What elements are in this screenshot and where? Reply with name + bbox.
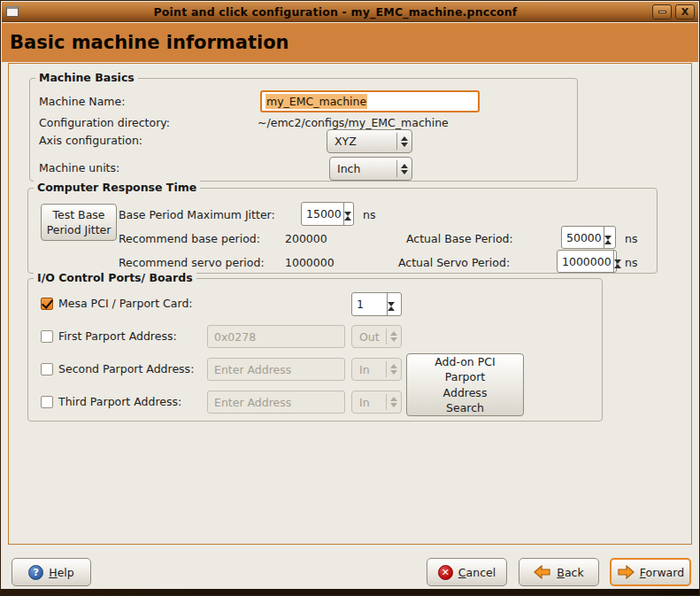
recommend-base-value: 200000 (285, 232, 327, 246)
machine-units-value: Inch (330, 162, 396, 175)
second-parport-checkbox[interactable] (41, 363, 53, 375)
machine-name-selected-text: my_EMC_machine (265, 94, 367, 109)
actual-servo-label: Actual Servo Period: (398, 256, 510, 270)
back-button-label: Back (557, 566, 583, 579)
machine-name-input[interactable]: my_EMC_machine (260, 90, 480, 112)
main-panel: Machine Basics Machine Name: my_EMC_mach… (8, 63, 692, 545)
axis-config-value: XYZ (327, 135, 396, 148)
combo-arrows-icon (397, 164, 412, 174)
back-button[interactable]: Back (519, 558, 599, 586)
spin-down-icon[interactable] (388, 306, 401, 320)
window-icon (6, 6, 19, 17)
combo-arrows-icon (387, 397, 401, 407)
first-parport-direction-value: Out (352, 330, 386, 344)
combo-arrows-icon (387, 364, 401, 375)
forward-arrow-icon (617, 565, 635, 579)
machine-units-combo[interactable]: Inch (329, 157, 412, 181)
mesa-count-value: 1 (352, 293, 387, 315)
io-ports-frame: I/O Control Ports/ Boards Mesa PCI / Par… (27, 278, 603, 422)
first-parport-label: First Parport Address: (58, 329, 177, 344)
actual-servo-unit: ns (625, 256, 637, 270)
third-parport-checkbox[interactable] (41, 396, 53, 408)
second-parport-label: Second Parport Address: (58, 362, 194, 376)
mesa-count-spinbox[interactable]: 1 (351, 292, 402, 316)
combo-arrows-icon (387, 331, 401, 342)
axis-config-combo[interactable]: XYZ (327, 129, 412, 153)
combo-arrows-icon (397, 136, 412, 147)
third-parport-label: Third Parport Address: (58, 395, 181, 409)
machine-units-label: Machine units: (39, 161, 119, 175)
spin-down-icon[interactable] (614, 264, 621, 277)
config-dir-label: Configuration directory: (39, 116, 170, 130)
jitter-spinbox[interactable]: 15000 (301, 202, 354, 226)
help-icon: ? (28, 565, 43, 580)
minimize-icon (658, 11, 666, 13)
mesa-checkbox[interactable] (41, 298, 53, 310)
title-bar[interactable]: Point and click configuration - my_EMC_m… (2, 2, 698, 22)
pncconf-window: Point and click configuration - my_EMC_m… (0, 0, 700, 596)
jitter-unit: ns (363, 208, 375, 222)
io-ports-legend: I/O Control Ports/ Boards (34, 271, 196, 284)
first-parport-direction-combo[interactable]: Out (351, 325, 402, 348)
page-header: Basic machine information (2, 22, 698, 62)
first-parport-checkbox[interactable] (41, 330, 53, 343)
content-area: Machine Basics Machine Name: my_EMC_mach… (2, 62, 698, 589)
recommend-servo-label: Recommend servo period: (119, 256, 265, 270)
spin-down-icon[interactable] (344, 216, 353, 229)
machine-name-label: Machine Name: (39, 95, 125, 109)
help-button-label: Help (49, 566, 74, 579)
recommend-base-label: Recommend base period: (119, 232, 260, 246)
minimize-button[interactable] (652, 4, 672, 19)
axis-config-label: Axis configuration: (39, 134, 142, 148)
close-icon: X (681, 6, 688, 18)
test-base-period-jitter-button[interactable]: Test Base Period Jitter (41, 204, 117, 241)
actual-servo-value: 1000000 (558, 251, 613, 272)
actual-servo-spinbox[interactable]: 1000000 (557, 250, 617, 273)
cancel-icon: ✕ (438, 565, 453, 580)
cancel-button-label: Cancel (458, 566, 496, 579)
window-title: Point and click configuration - my_EMC_m… (19, 5, 652, 19)
cancel-button[interactable]: ✕ Cancel (427, 558, 507, 586)
third-parport-address-input[interactable] (207, 391, 345, 414)
forward-button[interactable]: Forward (610, 558, 691, 586)
third-parport-direction-value: In (352, 396, 386, 409)
machine-basics-legend: Machine Basics (35, 71, 138, 84)
first-parport-address-input[interactable] (207, 325, 345, 348)
response-time-legend: Computer Response Time (34, 181, 200, 194)
second-parport-direction-value: In (352, 363, 386, 376)
close-button[interactable]: X (675, 4, 695, 19)
jitter-label: Base Period Maximum Jitter: (119, 208, 275, 222)
config-dir-value: ~/emc2/configs/my_EMC_machine (258, 116, 449, 130)
third-parport-direction-combo[interactable]: In (351, 391, 402, 414)
recommend-servo-value: 1000000 (285, 256, 335, 270)
second-parport-address-input[interactable] (207, 358, 345, 381)
page-title: Basic machine information (10, 32, 289, 53)
actual-base-value: 50000 (562, 227, 604, 248)
help-button[interactable]: ? Help (12, 558, 91, 586)
addon-pci-search-button[interactable]: Add-on PCI Parport Address Search (406, 353, 524, 416)
machine-basics-frame: Machine Basics Machine Name: my_EMC_mach… (29, 78, 578, 182)
mesa-label: Mesa PCI / Parport Card: (58, 297, 193, 311)
response-time-frame: Computer Response Time Test Base Period … (27, 188, 658, 274)
actual-base-unit: ns (625, 232, 637, 246)
jitter-value: 15000 (302, 203, 343, 225)
actual-base-label: Actual Base Period: (406, 232, 513, 246)
forward-button-label: Forward (640, 566, 684, 579)
window-bottom-border (1, 589, 699, 595)
second-parport-direction-combo[interactable]: In (351, 358, 402, 381)
back-arrow-icon (534, 565, 551, 579)
actual-base-spinbox[interactable]: 50000 (561, 226, 616, 249)
